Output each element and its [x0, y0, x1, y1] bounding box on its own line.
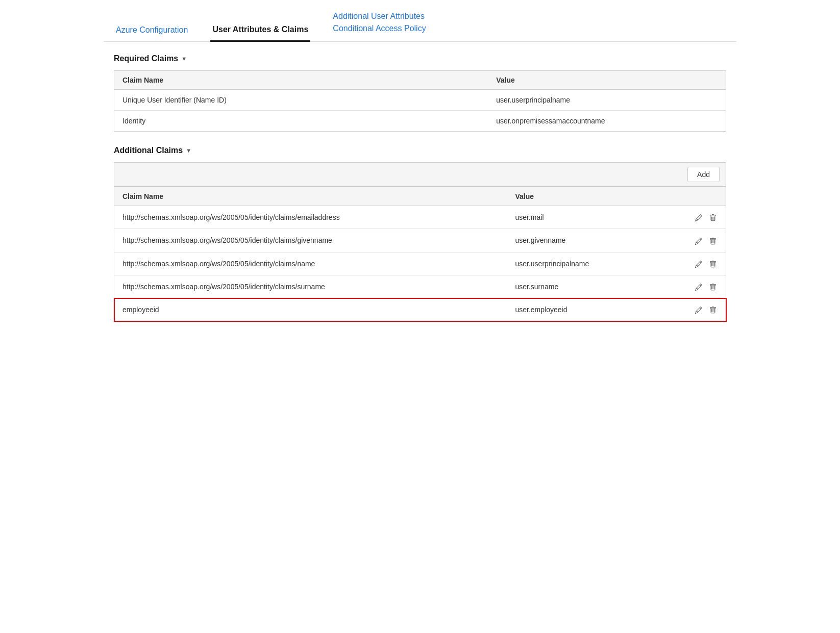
edit-claim-button[interactable]: [694, 235, 703, 245]
required-claims-header: Required Claims ▼: [114, 54, 726, 63]
additional-claim-name: http://schemas.xmlsoap.org/ws/2005/05/id…: [114, 252, 507, 275]
additional-claims-dropdown-arrow[interactable]: ▼: [186, 147, 191, 154]
trash-icon: [709, 307, 717, 314]
tab-additional-and-conditional[interactable]: Additional User Attributes Conditional A…: [331, 5, 428, 41]
delete-claim-button[interactable]: [708, 235, 718, 245]
additional-claim-value: user.userprincipalname: [507, 252, 658, 275]
required-claim-row: Unique User Identifier (Name ID) user.us…: [114, 90, 726, 111]
additional-claim-row: http://schemas.xmlsoap.org/ws/2005/05/id…: [114, 229, 726, 252]
additional-claim-value: user.mail: [507, 206, 658, 229]
additional-claims-col-name: Claim Name: [114, 187, 507, 206]
additional-claim-name: http://schemas.xmlsoap.org/ws/2005/05/id…: [114, 229, 507, 252]
add-toolbar-row: Add: [114, 163, 726, 187]
additional-claim-row: http://schemas.xmlsoap.org/ws/2005/05/id…: [114, 275, 726, 298]
required-claim-value: user.onpremisessamaccountname: [488, 111, 726, 132]
required-claims-col-name: Claim Name: [114, 71, 488, 90]
required-claims-table: Claim Name Value Unique User Identifier …: [114, 70, 726, 132]
required-claims-col-value: Value: [488, 71, 726, 90]
additional-claim-row: employeeid user.employeeid: [114, 298, 726, 321]
additional-claims-table: Add Claim Name Value http://schemas.xmls…: [114, 162, 726, 321]
pencil-icon: [695, 214, 702, 221]
delete-claim-button[interactable]: [708, 282, 718, 292]
additional-claim-actions: [659, 298, 726, 321]
delete-claim-button[interactable]: [708, 212, 718, 222]
additional-claim-name: employeeid: [114, 298, 507, 321]
trash-icon: [709, 238, 717, 245]
additional-claims-col-value: Value: [507, 187, 658, 206]
additional-claim-value: user.surname: [507, 275, 658, 298]
additional-claims-header: Additional Claims ▼: [114, 146, 726, 155]
additional-claim-value: user.employeeid: [507, 298, 658, 321]
trash-icon: [709, 261, 717, 268]
additional-claim-name: http://schemas.xmlsoap.org/ws/2005/05/id…: [114, 206, 507, 229]
delete-claim-button[interactable]: [708, 259, 718, 269]
tab-azure-config[interactable]: Azure Configuration: [114, 20, 190, 41]
required-claim-name: Unique User Identifier (Name ID): [114, 90, 488, 111]
additional-claim-value: user.givenname: [507, 229, 658, 252]
additional-claim-row: http://schemas.xmlsoap.org/ws/2005/05/id…: [114, 206, 726, 229]
additional-claim-row: http://schemas.xmlsoap.org/ws/2005/05/id…: [114, 252, 726, 275]
additional-claim-actions: [659, 229, 726, 252]
add-claim-button[interactable]: Add: [687, 167, 720, 182]
tab-user-attributes-claims[interactable]: User Attributes & Claims: [210, 20, 310, 42]
required-claim-row: Identity user.onpremisessamaccountname: [114, 111, 726, 132]
edit-claim-button[interactable]: [694, 212, 703, 222]
pencil-icon: [695, 238, 702, 245]
required-claims-header-row: Claim Name Value: [114, 71, 726, 90]
required-claim-name: Identity: [114, 111, 488, 132]
edit-claim-button[interactable]: [694, 282, 703, 292]
trash-icon: [709, 214, 717, 221]
page-container: Azure Configuration User Attributes & Cl…: [104, 0, 736, 348]
delete-claim-button[interactable]: [708, 305, 718, 315]
additional-claim-actions: [659, 252, 726, 275]
required-claim-value: user.userprincipalname: [488, 90, 726, 111]
additional-claim-actions: [659, 275, 726, 298]
add-toolbar: Add: [114, 163, 726, 187]
pencil-icon: [695, 307, 702, 314]
additional-claims-col-actions: [659, 187, 726, 206]
additional-claim-actions: [659, 206, 726, 229]
pencil-icon: [695, 284, 702, 291]
pencil-icon: [695, 261, 702, 268]
edit-claim-button[interactable]: [694, 259, 703, 269]
main-content: Required Claims ▼ Claim Name Value Uniqu…: [104, 42, 736, 348]
required-claims-dropdown-arrow[interactable]: ▼: [181, 56, 187, 62]
trash-icon: [709, 284, 717, 291]
additional-claim-name: http://schemas.xmlsoap.org/ws/2005/05/id…: [114, 275, 507, 298]
tab-navigation: Azure Configuration User Attributes & Cl…: [104, 0, 736, 42]
edit-claim-button[interactable]: [694, 305, 703, 315]
additional-claims-header-row: Claim Name Value: [114, 187, 726, 206]
